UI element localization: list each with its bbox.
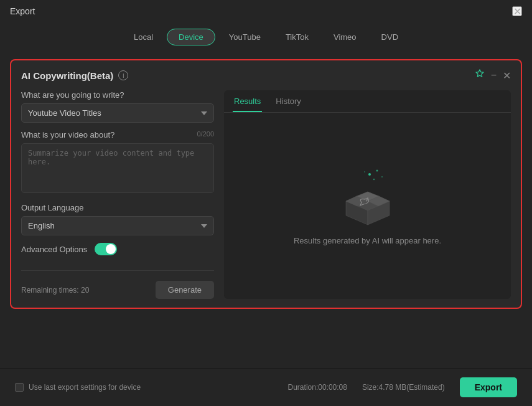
advanced-options-toggle[interactable] <box>95 243 117 255</box>
write-dropdown[interactable]: Youtube Video Titles YouTube Description… <box>21 103 214 123</box>
write-section: What are you going to write? Youtube Vid… <box>21 90 214 123</box>
footer: Use last export settings for device Dura… <box>0 368 532 406</box>
ai-panel-header: AI Copywriting(Beta) i − ✕ <box>21 69 511 82</box>
advanced-options-label: Advanced Options <box>21 245 87 254</box>
video-about-section: What is your video about? 0/200 <box>21 130 214 196</box>
results-tabs: Results History <box>224 90 511 113</box>
window-title: Export <box>10 6 35 16</box>
tab-bar: Local Device YouTube TikTok Vimeo DVD <box>0 22 532 53</box>
panel-left-bottom: Remaining times: 20 Generate <box>21 270 214 299</box>
ai-panel-header-right: − ✕ <box>475 69 511 82</box>
footer-left: Use last export settings for device <box>15 383 141 392</box>
app-window: Export ✕ Local Device YouTube TikTok Vim… <box>0 0 532 406</box>
content-wrapper: AI Copywriting(Beta) i − ✕ <box>0 53 532 406</box>
pin-icon-button[interactable] <box>475 69 485 82</box>
ai-panel-close-button[interactable]: ✕ <box>503 70 511 82</box>
panel-body: What are you going to write? Youtube Vid… <box>21 90 511 299</box>
write-label: What are you going to write? <box>21 90 214 100</box>
export-settings-checkbox[interactable] <box>15 383 24 392</box>
results-tab-history[interactable]: History <box>274 97 302 112</box>
char-count: 0/200 <box>197 130 214 138</box>
generate-button[interactable]: Generate <box>156 281 214 299</box>
footer-right: Duration:00:00:08 Size:4.78 MB(Estimated… <box>288 377 517 397</box>
svg-point-1 <box>376 169 378 171</box>
tab-local[interactable]: Local <box>123 29 164 45</box>
remaining-times-text: Remaining times: 20 <box>21 286 89 295</box>
duration-label: Duration:00:00:08 <box>288 383 347 392</box>
tab-dvd[interactable]: DVD <box>370 29 409 45</box>
video-about-label: What is your video about? 0/200 <box>21 130 214 139</box>
size-label: Size:4.78 MB(Estimated) <box>362 383 445 392</box>
info-icon[interactable]: i <box>118 70 128 80</box>
ai-panel-header-left: AI Copywriting(Beta) i <box>21 70 128 81</box>
output-lang-label: Output Language <box>21 203 214 212</box>
tab-youtube[interactable]: YouTube <box>218 29 272 45</box>
svg-point-2 <box>381 176 383 177</box>
results-tab-results[interactable]: Results <box>233 97 262 112</box>
tab-tiktok[interactable]: TikTok <box>274 29 320 45</box>
minimize-icon-button[interactable]: − <box>491 70 497 81</box>
toggle-knob <box>106 244 116 254</box>
ai-panel-title: AI Copywriting(Beta) <box>21 70 113 81</box>
output-language-section: Output Language English Spanish French G… <box>21 203 214 235</box>
export-settings-label: Use last export settings for device <box>29 383 141 392</box>
results-panel: Results History <box>224 90 511 299</box>
output-lang-dropdown[interactable]: English Spanish French German Chinese Ja… <box>21 216 214 235</box>
svg-point-3 <box>364 171 365 172</box>
tab-vimeo[interactable]: Vimeo <box>322 29 368 45</box>
video-content-textarea[interactable] <box>21 143 214 193</box>
svg-point-0 <box>368 173 371 176</box>
results-empty-text: Results generated by AI will appear here… <box>294 236 441 245</box>
ai-panel: AI Copywriting(Beta) i − ✕ <box>10 59 522 309</box>
panel-left: What are you going to write? Youtube Vid… <box>21 90 214 299</box>
advanced-options-row: Advanced Options <box>21 243 214 255</box>
box-illustration <box>334 167 402 226</box>
window-close-button[interactable]: ✕ <box>512 6 522 16</box>
results-body: Results generated by AI will appear here… <box>224 113 511 299</box>
title-bar: Export ✕ <box>0 0 532 22</box>
export-button[interactable]: Export <box>460 377 517 397</box>
tab-device[interactable]: Device <box>167 29 215 45</box>
svg-point-4 <box>373 178 374 179</box>
